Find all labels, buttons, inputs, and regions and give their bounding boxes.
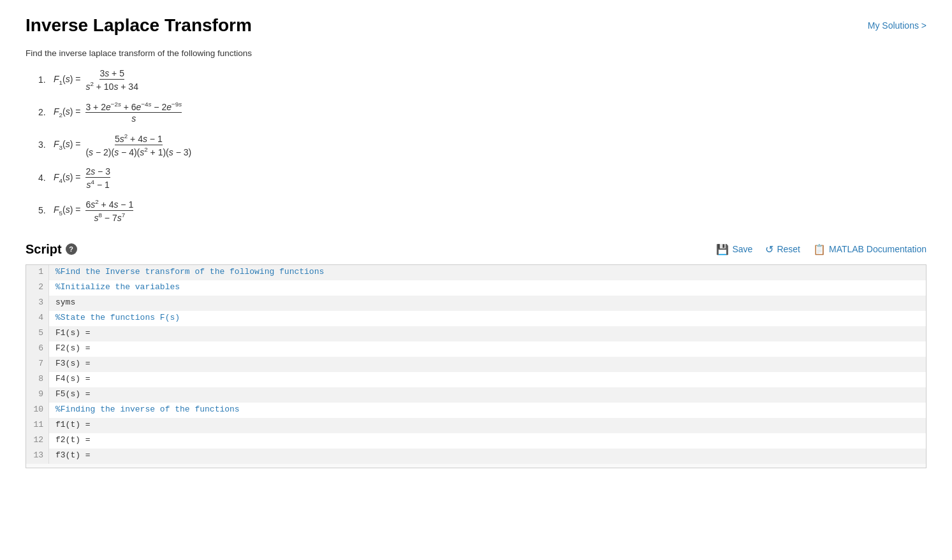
line-number: 2 bbox=[26, 280, 49, 296]
math-item-number-3: 3. bbox=[38, 140, 50, 150]
script-header: Script ? 💾 Save ↺ Reset 📋 MATLAB Documen… bbox=[26, 242, 926, 257]
math-func-label-2: F2(s) = bbox=[54, 106, 80, 118]
line-number: 10 bbox=[26, 403, 49, 418]
save-button[interactable]: 💾 Save bbox=[716, 243, 752, 255]
line-content[interactable]: F5(s) = bbox=[49, 387, 926, 403]
code-line[interactable]: 10%Finding the inverse of the functions bbox=[26, 403, 926, 418]
code-line[interactable]: 4%State the functions F(s) bbox=[26, 311, 926, 326]
matlab-doc-label: MATLAB Documentation bbox=[829, 244, 926, 254]
matlab-doc-icon: 📋 bbox=[813, 243, 826, 255]
math-item-1: 1. F1(s) = 3s + 5 s2 + 10s + 34 bbox=[38, 68, 926, 92]
line-number: 5 bbox=[26, 326, 49, 341]
line-content[interactable]: %State the functions F(s) bbox=[49, 311, 926, 326]
code-line[interactable]: 6F2(s) = bbox=[26, 341, 926, 357]
math-frac-5: 6s2 + 4s − 1 s8 − 7s7 bbox=[85, 198, 133, 222]
my-solutions-link[interactable]: My Solutions > bbox=[868, 20, 926, 31]
line-number: 6 bbox=[26, 341, 49, 357]
save-label: Save bbox=[732, 244, 752, 254]
code-line[interactable]: 8F4(s) = bbox=[26, 372, 926, 387]
line-content[interactable]: %Initialize the variables bbox=[49, 280, 926, 296]
math-item-4: 4. F4(s) = 2s − 3 s4 − 1 bbox=[38, 166, 926, 190]
code-line[interactable]: 13f3(t) = bbox=[26, 449, 926, 464]
line-content[interactable]: %Find the Inverse transform of the follo… bbox=[49, 265, 926, 280]
line-number: 9 bbox=[26, 387, 49, 403]
page-title: Inverse Laplace Transform bbox=[26, 15, 252, 36]
math-func-label-5: F5(s) = bbox=[54, 205, 80, 217]
math-item-5: 5. F5(s) = 6s2 + 4s − 1 s8 − 7s7 bbox=[38, 198, 926, 222]
line-number: 12 bbox=[26, 433, 49, 449]
code-line[interactable]: 7F3(s) = bbox=[26, 357, 926, 372]
line-number: 7 bbox=[26, 357, 49, 372]
line-content[interactable]: f3(t) = bbox=[49, 449, 926, 464]
line-content[interactable]: f1(t) = bbox=[49, 418, 926, 433]
line-content[interactable]: f2(t) = bbox=[49, 433, 926, 449]
code-line[interactable]: 5F1(s) = bbox=[26, 326, 926, 341]
code-editor[interactable]: 1%Find the Inverse transform of the foll… bbox=[26, 264, 926, 468]
line-number: 4 bbox=[26, 311, 49, 326]
math-item-3: 3. F3(s) = 5s2 + 4s − 1 (s − 2)(s − 4)(s… bbox=[38, 133, 926, 157]
line-number: 1 bbox=[26, 265, 49, 280]
code-line[interactable]: 1%Find the Inverse transform of the foll… bbox=[26, 265, 926, 280]
line-number: 13 bbox=[26, 449, 49, 464]
reset-label: Reset bbox=[777, 244, 800, 254]
line-number: 3 bbox=[26, 296, 49, 311]
math-frac-1: 3s + 5 s2 + 10s + 34 bbox=[85, 68, 138, 92]
line-content[interactable]: F4(s) = bbox=[49, 372, 926, 387]
help-icon[interactable]: ? bbox=[66, 243, 77, 255]
code-line[interactable]: 3syms bbox=[26, 296, 926, 311]
math-item-number-1: 1. bbox=[38, 75, 50, 85]
reset-button[interactable]: ↺ Reset bbox=[765, 243, 800, 255]
line-content[interactable]: %Finding the inverse of the functions bbox=[49, 403, 926, 418]
line-number: 11 bbox=[26, 418, 49, 433]
math-frac-2: 3 + 2e−2s + 6e−4s − 2e−9s s bbox=[85, 101, 182, 124]
line-content[interactable]: F2(s) = bbox=[49, 341, 926, 357]
math-problems: 1. F1(s) = 3s + 5 s2 + 10s + 34 2. F2(s)… bbox=[38, 68, 926, 223]
code-line[interactable]: 12f2(t) = bbox=[26, 433, 926, 449]
math-item-number-2: 2. bbox=[38, 107, 50, 117]
reset-icon: ↺ bbox=[765, 243, 773, 255]
math-func-label-4: F4(s) = bbox=[54, 172, 80, 184]
math-func-label-1: F1(s) = bbox=[54, 74, 80, 86]
line-content[interactable]: syms bbox=[49, 296, 926, 311]
script-actions: 💾 Save ↺ Reset 📋 MATLAB Documentation bbox=[716, 243, 926, 255]
script-title-text: Script bbox=[26, 242, 62, 257]
matlab-doc-button[interactable]: 📋 MATLAB Documentation bbox=[813, 243, 926, 255]
math-func-label-3: F3(s) = bbox=[54, 139, 80, 151]
line-content[interactable]: F3(s) = bbox=[49, 357, 926, 372]
line-number: 8 bbox=[26, 372, 49, 387]
problem-description: Find the inverse laplace transform of th… bbox=[26, 48, 926, 58]
math-frac-3: 5s2 + 4s − 1 (s − 2)(s − 4)(s2 + 1)(s − … bbox=[85, 133, 191, 157]
save-icon: 💾 bbox=[716, 243, 729, 255]
math-item-2: 2. F2(s) = 3 + 2e−2s + 6e−4s − 2e−9s s bbox=[38, 101, 926, 124]
math-frac-4: 2s − 3 s4 − 1 bbox=[85, 166, 110, 190]
code-line[interactable]: 9F5(s) = bbox=[26, 387, 926, 403]
code-line[interactable]: 11f1(t) = bbox=[26, 418, 926, 433]
code-line[interactable]: 2%Initialize the variables bbox=[26, 280, 926, 296]
math-item-number-5: 5. bbox=[38, 205, 50, 215]
math-item-number-4: 4. bbox=[38, 173, 50, 183]
line-content[interactable]: F1(s) = bbox=[49, 326, 926, 341]
script-title: Script ? bbox=[26, 242, 77, 257]
